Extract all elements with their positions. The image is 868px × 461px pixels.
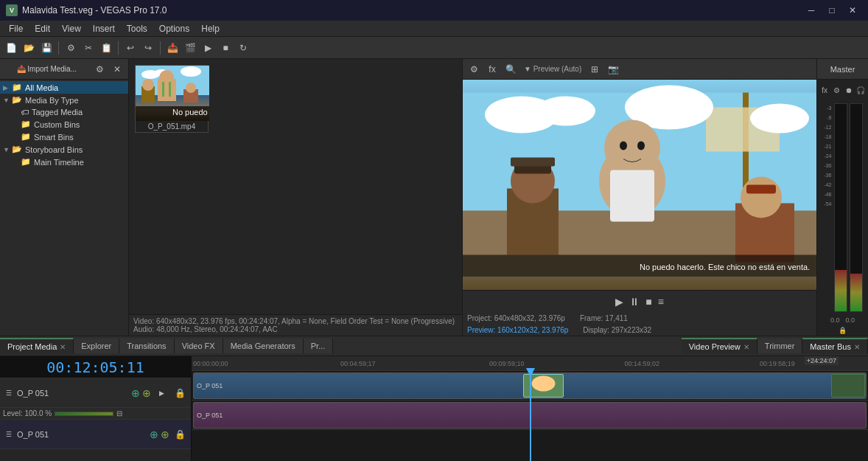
preview-pause[interactable]: ⏸ [629, 296, 640, 308]
tab-media-generators[interactable]: Media Generators [223, 339, 304, 353]
toolbar-save[interactable]: 💾 [38, 40, 55, 56]
tab-master-bus-label: Master Bus [810, 342, 851, 351]
tab-trimmer[interactable]: Trimmer [757, 339, 803, 353]
thumb-image: No puedo hacerlo... [136, 66, 209, 121]
svg-rect-28 [610, 170, 654, 222]
preview-zoom[interactable]: 🔍 [503, 61, 519, 77]
main-toolbar: 📄 📂 💾 ⚙ ✂ 📋 ↩ ↪ 📥 🎬 ▶ ■ ↻ [0, 37, 868, 59]
ruler-mark-2: 00:09:59;10 [489, 360, 525, 367]
tree-label-tagged-media: Tagged Media [32, 108, 83, 117]
ruler-mark-3: 00:14:59;02 [625, 360, 660, 367]
menu-options[interactable]: Options [153, 22, 195, 35]
preview-play[interactable]: ▶ [615, 296, 623, 308]
meter-monitor-btn[interactable]: 🎧 [855, 82, 866, 98]
import-media-button[interactable]: 📥 Import Media... [3, 61, 91, 77]
audio-track-header: ☰ O_P 051 ⊕ ⊕ 🔒 [0, 420, 191, 449]
toolbar-stop[interactable]: ■ [217, 40, 234, 56]
tab-transitions[interactable]: Transitions [119, 339, 174, 353]
tree-item-storyboard-bins[interactable]: ▼ 📂 Storyboard Bins [0, 143, 128, 156]
toolbar-open[interactable]: 📂 [21, 40, 37, 56]
tab-explorer[interactable]: Explorer [74, 339, 119, 353]
preview-fx[interactable]: fx [484, 61, 500, 77]
tree-label-main-timeline: Main Timeline [34, 158, 84, 167]
toolbar-play[interactable]: ▶ [200, 40, 216, 56]
toolbar-new[interactable]: 📄 [3, 40, 19, 56]
menu-insert[interactable]: Insert [87, 22, 121, 35]
playhead[interactable] [530, 371, 531, 461]
tree-item-main-timeline[interactable]: 📁 Main Timeline [0, 156, 128, 168]
media-toolbar-close[interactable]: ✕ [109, 61, 125, 77]
tab-video-preview[interactable]: Video Preview ✕ [682, 338, 757, 354]
menu-tools[interactable]: Tools [121, 22, 153, 35]
level-slider[interactable] [55, 412, 113, 416]
svg-point-20 [750, 104, 809, 134]
toolbar-undo[interactable]: ↩ [122, 40, 139, 56]
end-clip-thumbnail [832, 375, 864, 397]
toolbar-copy[interactable]: 📋 [98, 40, 114, 56]
toolbar-redo[interactable]: ↪ [140, 40, 156, 56]
audio-track-settings-btn[interactable]: ☰ [3, 429, 15, 440]
menu-view[interactable]: View [56, 22, 87, 35]
tree-item-all-media[interactable]: ▶ 📁 All Media [0, 81, 128, 94]
preview-settings[interactable]: ⚙ [466, 61, 482, 77]
meter-record-btn[interactable]: ⏺ [844, 82, 854, 98]
track-expand-btn[interactable]: ▶ [153, 385, 169, 401]
preview-stop-btn[interactable]: ■ [645, 296, 651, 308]
toolbar-loop[interactable]: ↻ [235, 40, 251, 56]
toolbar-render[interactable]: 🎬 [182, 40, 198, 56]
menu-edit[interactable]: Edit [29, 22, 56, 35]
meter-scale: -3-9 -12-18 -21-24 -30-36 -42-48 -54 [823, 103, 832, 209]
menu-bar: File Edit View Insert Tools Options Help [0, 21, 868, 37]
tab-master-bus[interactable]: Master Bus ✕ [802, 338, 868, 354]
tab-project-media-close[interactable]: ✕ [60, 343, 66, 351]
preview-grid[interactable]: ⊞ [587, 61, 603, 77]
preview-frame-info: Frame: 17,411 [580, 314, 628, 322]
svg-text:No puedo hacerlo...: No puedo hacerlo... [172, 108, 209, 117]
expand-storyboard-bins: ▼ [3, 146, 10, 153]
track-settings-btn[interactable]: ☰ [3, 387, 15, 399]
tree-item-tagged-media[interactable]: 🏷 Tagged Media [0, 106, 128, 118]
svg-point-9 [142, 79, 154, 91]
video-clip-end[interactable] [831, 374, 865, 398]
minimize-button[interactable]: ─ [802, 3, 821, 18]
track-level-row: Level: 100.0 % ⊟ [0, 408, 191, 420]
close-button[interactable]: ✕ [843, 3, 862, 18]
time-display-value: 00:12:05:11 [46, 358, 144, 376]
audio-track-expand-btn[interactable]: 🔒 [172, 426, 188, 443]
tab-video-preview-close[interactable]: ✕ [743, 343, 749, 351]
audio-clip-label: O_P 051 [194, 412, 225, 419]
toolbar-properties[interactable]: ⚙ [63, 40, 79, 56]
preview-more[interactable]: ≡ [658, 296, 664, 308]
tree-item-custom-bins[interactable]: 📁 Custom Bins [0, 118, 128, 131]
tab-pr-label: Pr... [311, 342, 326, 350]
left-panel-toolbar: 📥 Import Media... ⚙ ✕ [0, 59, 128, 80]
tab-pr[interactable]: Pr... [304, 339, 334, 353]
track-lock-btn[interactable]: 🔒 [172, 385, 188, 401]
meter-scale-labels: -3-9 -12-18 -21-24 -30-36 -42-48 -54 [823, 103, 832, 312]
timeline-left: 00:12:05:11 ☰ O_P 051 ⊕ ⊕ ▶ 🔒 Level: 100… [0, 356, 192, 461]
folder-icon-storyboard-bins: 📂 [12, 145, 22, 154]
preview-window[interactable]: No puedo hacerlo. Este chico no está en … [463, 80, 816, 290]
toolbar-import[interactable]: 📥 [164, 40, 181, 56]
tree-item-smart-bins[interactable]: 📁 Smart Bins [0, 131, 128, 143]
tab-video-fx[interactable]: Video FX [175, 339, 223, 353]
video-track-header: ☰ O_P 051 ⊕ ⊕ ▶ 🔒 [0, 378, 191, 408]
toolbar-cut[interactable]: ✂ [80, 40, 97, 56]
media-thumbnail[interactable]: No puedo hacerlo... O_P_051.mp4 [135, 65, 209, 133]
meter-settings-btn[interactable]: ⚙ [831, 82, 841, 98]
folder-icon-smart-bins: 📁 [21, 132, 31, 142]
meter-fx-btn[interactable]: fx [819, 82, 830, 98]
timeline-area: 00:12:05:11 ☰ O_P 051 ⊕ ⊕ ▶ 🔒 Level: 100… [0, 356, 868, 461]
preview-snapshot[interactable]: 📷 [605, 61, 621, 77]
audio-meter-header: Master [817, 59, 868, 80]
tree-item-media-by-type[interactable]: ▼ 📂 Media By Type [0, 94, 128, 106]
preview-mode-dropdown[interactable]: ▼ Preview (Auto) [524, 65, 581, 73]
ruler-mark-1: 00:04:59;17 [340, 360, 376, 367]
tab-video-fx-label: Video FX [182, 342, 215, 350]
maximize-button[interactable]: □ [822, 3, 841, 18]
menu-help[interactable]: Help [195, 22, 225, 35]
tab-project-media[interactable]: Project Media ✕ [0, 338, 74, 354]
media-toolbar-settings[interactable]: ⚙ [92, 61, 108, 77]
menu-file[interactable]: File [3, 22, 29, 35]
tab-master-bus-close[interactable]: ✕ [854, 343, 860, 351]
